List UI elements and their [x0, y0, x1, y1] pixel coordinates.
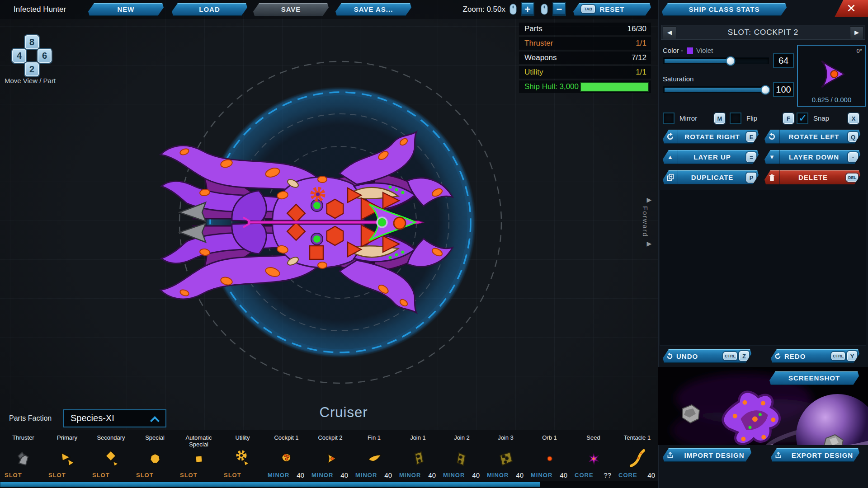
screenshot-button[interactable]: SCREENSHOT [769, 371, 859, 385]
primary-weapon-icon [45, 447, 89, 470]
parts-faction-value: Species-XI [71, 413, 114, 423]
part-orb-1[interactable]: Orb 1 MINOR 40 [528, 433, 571, 482]
keypad-left-key: 4 [12, 49, 26, 63]
parts-faction-label: Parts Faction [9, 414, 52, 422]
snap-checkbox[interactable]: ✓ [797, 113, 808, 124]
import-design-button[interactable]: IMPORT DESIGN [663, 448, 751, 462]
color-swatch [687, 47, 693, 54]
layer-up-key-badge: = [746, 152, 756, 162]
saturation-label: Saturation [663, 75, 693, 83]
duplicate-button[interactable]: DUPLICATE P [663, 170, 759, 184]
keypad-right-key: 6 [38, 49, 52, 63]
part-angle: 0° [857, 47, 862, 54]
part-tentacle-1[interactable]: Tentacle 1 CORE 40 [615, 433, 659, 482]
ship-class-label: Cruiser [258, 404, 429, 421]
fin-1-icon [352, 447, 396, 470]
move-view-hint: Move View / Part [5, 77, 56, 84]
part-automatic-special[interactable]: Automatic Special SLOT [177, 433, 221, 482]
part-join-3[interactable]: Join 3 MINOR 40 [484, 433, 528, 482]
slot-header: ◀ SLOT: COCKPIT 2 ▶ [661, 25, 865, 40]
keypad-up-key: 8 [25, 35, 39, 49]
hull-bar [581, 83, 648, 91]
part-join-1[interactable]: Join 1 MINOR 40 [396, 433, 440, 482]
ctrl-key-badge: CTRL [831, 352, 845, 360]
mirror-checkbox[interactable] [663, 113, 675, 124]
utility-part-icon [221, 447, 264, 470]
flip-label: Flip [746, 114, 757, 122]
part-seed[interactable]: Seed CORE ?? [571, 433, 615, 482]
z-key-badge: Z [739, 351, 749, 361]
part-fin-1[interactable]: Fin 1 MINOR 40 [352, 433, 396, 482]
reset-label: RESET [599, 5, 624, 13]
parts-tray: Thruster SLOT Primary SLOT Secondary [0, 430, 658, 488]
color-slider[interactable] [663, 57, 769, 64]
chevron-up-icon [150, 416, 160, 426]
delete-button[interactable]: DELETE DEL [764, 170, 860, 184]
new-button[interactable]: NEW [88, 3, 164, 16]
color-slider-thumb[interactable] [726, 56, 736, 66]
tray-scrollbar[interactable] [0, 482, 540, 487]
orb-1-icon [528, 447, 571, 470]
rotate-right-button[interactable]: ROTATE RIGHT E [663, 130, 759, 144]
reset-view-button[interactable]: TAB RESET [573, 3, 651, 16]
stat-utility: Utility 1/1 [519, 66, 651, 79]
cockpit-2-icon [308, 447, 352, 470]
part-cockpit-2[interactable]: Cockpit 2 MINOR 40 [308, 433, 352, 482]
mirror-key-badge: M [714, 113, 725, 124]
join-2-icon [440, 447, 484, 470]
part-thruster[interactable]: Thruster SLOT [1, 433, 45, 482]
save-button[interactable]: SAVE [253, 3, 329, 16]
ship-class-stats-button[interactable]: SHIP CLASS STATS [662, 3, 787, 16]
layer-down-key-badge: - [848, 152, 858, 162]
color-value-input[interactable]: 64 [773, 53, 794, 68]
export-design-button[interactable]: EXPORT DESIGN [771, 448, 859, 462]
tentacle-1-icon [615, 447, 659, 470]
forward-arrow-icon: ▶ [642, 239, 657, 248]
part-special[interactable]: Special SLOT [133, 433, 177, 482]
part-primary[interactable]: Primary SLOT [45, 433, 89, 482]
delete-key-badge: DEL [846, 174, 858, 182]
mouse-scroll-icon [509, 4, 517, 17]
mouse-scroll-icon [541, 4, 548, 17]
secondary-weapon-icon [89, 447, 133, 470]
y-key-badge: Y [847, 351, 857, 361]
undo-button[interactable]: UNDO CTRL Z [663, 349, 751, 363]
redo-button[interactable]: REDO CTRL Y [771, 349, 859, 363]
tray-scroll-track[interactable] [0, 481, 658, 488]
part-utility[interactable]: Utility SLOT [221, 433, 264, 482]
zoom-in-button[interactable]: + [521, 2, 534, 16]
saturation-slider[interactable] [663, 86, 769, 93]
ctrl-key-badge: CTRL [723, 352, 737, 360]
load-button[interactable]: LOAD [172, 3, 247, 16]
panel-empty-area [660, 190, 866, 346]
part-coords: 0.625 / 0.000 [798, 96, 865, 103]
flip-checkbox[interactable] [730, 113, 741, 124]
zoom-out-button[interactable]: − [552, 2, 566, 16]
cockpit-1-icon [264, 447, 308, 470]
forward-indicator: ▶ Forward ▶ [642, 195, 657, 248]
automatic-special-icon [177, 447, 221, 470]
slot-title: SLOT: COCKPIT 2 [661, 28, 865, 37]
join-1-icon [396, 447, 440, 470]
parts-faction-dropdown[interactable]: Species-XI [63, 409, 166, 427]
design-screenshot-preview: SCREENSHOT [658, 367, 868, 445]
part-cockpit-1[interactable]: Cockpit 1 MINOR 40 [264, 433, 308, 482]
thruster-part-icon [1, 447, 45, 470]
design-title: Infected Hunter [14, 5, 66, 14]
slot-next-button[interactable]: ▶ [850, 26, 863, 39]
special-weapon-icon [133, 447, 177, 470]
forward-arrow-icon: ▶ [642, 195, 657, 204]
rotate-left-button[interactable]: ROTATE LEFT Q [764, 130, 860, 144]
part-join-2[interactable]: Join 2 MINOR 40 [440, 433, 484, 482]
duplicate-key-badge: P [746, 173, 756, 183]
save-as-button[interactable]: SAVE AS... [335, 3, 411, 16]
color-label-row: Color -Violet [663, 47, 713, 54]
layer-down-button[interactable]: ▼ LAYER DOWN - [764, 150, 860, 164]
stat-parts: Parts 16/30 [519, 23, 651, 35]
saturation-value-input[interactable]: 100 [773, 82, 794, 97]
saturation-slider-thumb[interactable] [761, 85, 770, 94]
color-name: Violet [696, 47, 713, 54]
layer-up-button[interactable]: ▲ LAYER UP = [663, 150, 759, 164]
keypad-down-key: 2 [25, 62, 39, 76]
part-secondary[interactable]: Secondary SLOT [89, 433, 133, 482]
